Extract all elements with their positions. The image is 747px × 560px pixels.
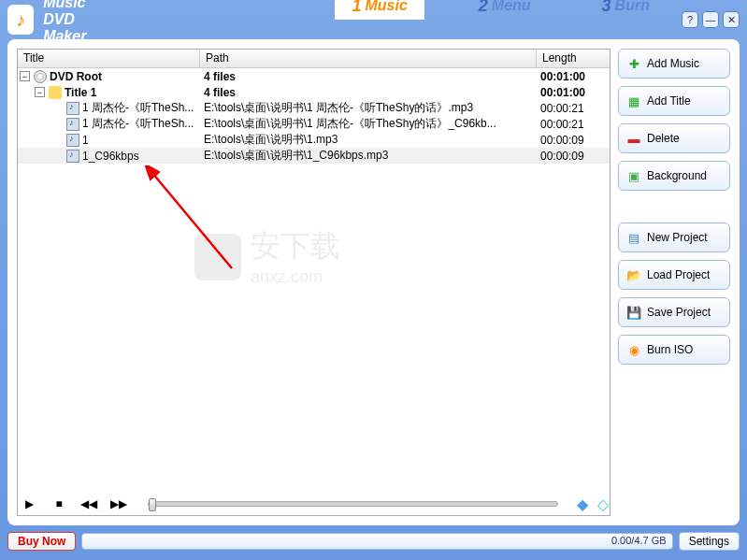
- list-header: Title Path Length: [18, 50, 610, 68]
- play-button[interactable]: ▶: [19, 495, 39, 512]
- music-file-icon: [66, 102, 79, 115]
- disc-usage-bar: 0.00/4.7 GB: [81, 533, 672, 550]
- add-title-button[interactable]: ▦Add Title: [618, 86, 730, 116]
- prev-button[interactable]: ◀◀: [79, 495, 99, 512]
- burn-iso-button[interactable]: ◉Burn ISO: [618, 335, 730, 365]
- slider-thumb[interactable]: [149, 498, 156, 511]
- tab-music[interactable]: 1 Music: [335, 0, 424, 20]
- col-header-length[interactable]: Length: [537, 50, 610, 67]
- music-file-icon: [66, 150, 79, 163]
- list-item[interactable]: 1_C96kbps E:\tools\桌面\说明书\1_C96kbps.mp3 …: [18, 148, 610, 164]
- music-note-icon: ♪: [16, 9, 25, 31]
- music-file-icon: [66, 118, 79, 131]
- music-file-icon: [66, 134, 79, 147]
- tab-burn[interactable]: 3 Burn: [585, 0, 667, 20]
- settings-button[interactable]: Settings: [679, 532, 740, 551]
- buy-now-button[interactable]: Buy Now: [7, 532, 76, 551]
- help-button[interactable]: ?: [682, 11, 698, 28]
- disc-burn-icon: ◉: [626, 342, 641, 357]
- close-button[interactable]: ✕: [723, 11, 740, 28]
- stop-button[interactable]: ■: [49, 495, 69, 512]
- folder-icon: [49, 86, 62, 99]
- background-button[interactable]: ▣Background: [618, 161, 730, 191]
- new-project-button[interactable]: ▤New Project: [618, 223, 730, 252]
- seek-slider[interactable]: [148, 501, 558, 507]
- add-music-button[interactable]: ✚Add Music: [618, 49, 730, 79]
- save-icon: 💾: [626, 305, 641, 320]
- delete-button[interactable]: ▬Delete: [618, 123, 730, 153]
- file-list-panel: Title Path Length −DVD Root 4 files 00:0…: [17, 49, 611, 516]
- add-title-icon: ▦: [626, 93, 641, 108]
- app-title: Music DVD Maker: [43, 0, 86, 45]
- move-up-button[interactable]: ◆: [577, 495, 588, 513]
- minus-icon: ▬: [626, 131, 641, 146]
- next-button[interactable]: ▶▶: [108, 495, 129, 512]
- folder-open-icon: 📂: [626, 267, 641, 282]
- list-item[interactable]: 1 E:\tools\桌面\说明书\1.mp3 00:00:09: [18, 132, 610, 148]
- col-header-path[interactable]: Path: [200, 50, 537, 67]
- disc-icon: [34, 70, 47, 83]
- file-icon: ▤: [626, 230, 641, 245]
- list-item[interactable]: 1 周杰伦-《听TheSh... E:\tools\桌面\说明书\1 周杰伦-《…: [18, 116, 610, 132]
- col-header-title[interactable]: Title: [18, 50, 200, 67]
- app-logo: ♪: [7, 5, 34, 35]
- tree-title-row[interactable]: −Title 1 4 files 00:01:00: [18, 84, 610, 100]
- tab-menu[interactable]: 2 Menu: [462, 0, 548, 20]
- load-project-button[interactable]: 📂Load Project: [618, 260, 730, 290]
- plus-icon: ✚: [626, 56, 641, 71]
- save-project-button[interactable]: 💾Save Project: [618, 297, 730, 327]
- move-down-button[interactable]: ◇: [597, 495, 609, 513]
- collapse-icon[interactable]: −: [35, 87, 45, 97]
- disc-usage-text: 0.00/4.7 GB: [611, 535, 667, 546]
- image-icon: ▣: [626, 168, 641, 183]
- collapse-icon[interactable]: −: [20, 71, 30, 81]
- tree-root-row[interactable]: −DVD Root 4 files 00:01:00: [18, 68, 610, 84]
- minimize-button[interactable]: —: [702, 11, 719, 28]
- list-item[interactable]: 1 周杰伦-《听TheSh... E:\tools\桌面\说明书\1 周杰伦-《…: [18, 100, 610, 116]
